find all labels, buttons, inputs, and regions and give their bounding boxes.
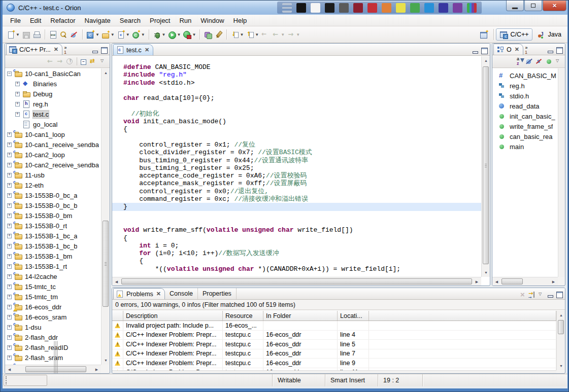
nav-up-icon[interactable] — [65, 57, 74, 66]
expand-toggle-icon[interactable]: + — [7, 244, 12, 248]
run-button[interactable]: ▼ — [167, 28, 182, 41]
hide-fields-icon[interactable] — [525, 57, 534, 66]
problem-row[interactable]: Invalid project path: Include p...16-eco… — [112, 321, 556, 331]
tree-item-13-1553B-0_rt[interactable]: +c13-1553B-0_rt — [5, 221, 101, 231]
menu-project[interactable]: Project — [145, 16, 175, 25]
back-button[interactable]: ▼ — [271, 28, 286, 41]
menu-search[interactable]: Search — [115, 16, 145, 25]
expand-toggle-icon[interactable]: + — [7, 193, 12, 198]
editor-vertical-scrollbar[interactable]: ▲ ▼ — [481, 56, 490, 277]
tree-item-Binaries[interactable]: +Binaries — [5, 79, 101, 89]
tree-item-15-tmtc_tm[interactable]: +c15-tmtc_tm — [5, 292, 101, 302]
maximize-view-icon[interactable] — [100, 46, 109, 55]
fast-view-bar[interactable] — [4, 375, 47, 386]
problems-vertical-scrollbar[interactable]: ▲ ▼ — [556, 311, 565, 370]
maximize-editor-icon[interactable] — [480, 47, 489, 55]
tree-item-reg.h[interactable]: +reg.h — [5, 99, 101, 109]
minimize-button[interactable]: ▬ — [506, 1, 524, 11]
problem-row[interactable]: C/C++ Indexer Problem: Prepr...testcpu.c… — [112, 340, 556, 349]
expand-toggle-icon[interactable]: + — [7, 163, 12, 167]
minimize-outline-icon[interactable] — [546, 46, 555, 55]
tab-properties[interactable]: Properties — [198, 288, 237, 299]
explorer-vertical-scrollbar[interactable]: ▲ ▼ — [101, 68, 110, 365]
run-ext-button[interactable]: ▼ — [182, 28, 197, 41]
dropdown-arrow-icon[interactable]: ▼ — [296, 32, 300, 37]
dropdown-arrow-icon[interactable]: ▼ — [95, 32, 99, 37]
problems-header-row[interactable]: DescriptionResourceIn FolderLocati... — [112, 311, 556, 321]
minimize-view-icon[interactable] — [91, 46, 99, 55]
delete-icon[interactable] — [519, 291, 527, 299]
outline-item-CAN_BASIC_M[interactable]: CAN_BASIC_M — [492, 70, 558, 81]
outline-overflow-indicator[interactable]: »1 — [525, 46, 527, 55]
tree-item-10-can1_BasicCan[interactable]: −c10-can1_BasicCan — [5, 68, 101, 79]
new-wizard-button[interactable]: ▼ — [6, 28, 21, 41]
expand-toggle-icon[interactable]: + — [7, 234, 12, 238]
expand-toggle-icon[interactable]: + — [7, 264, 12, 269]
editor-tab-testc[interactable]: test.c ✕ — [113, 44, 153, 55]
collapse-all-icon[interactable] — [80, 57, 88, 66]
problem-row[interactable]: C/C++ Indexer Problem: Prepr...testcpu.c… — [112, 359, 556, 368]
minimize-problems-icon[interactable] — [546, 291, 555, 299]
open-type-button[interactable] — [203, 28, 213, 41]
outline-menu-icon[interactable] — [554, 57, 563, 66]
open-perspective-button[interactable] — [477, 28, 491, 41]
explorer-horizontal-scrollbar[interactable]: ◀ ▶ — [5, 365, 101, 373]
expand-toggle-icon[interactable]: + — [15, 92, 20, 96]
outline-vertical-scrollbar[interactable] — [558, 68, 565, 277]
expand-toggle-icon[interactable]: + — [7, 335, 12, 340]
tab-outline[interactable]: O ✕ — [493, 44, 523, 55]
next-ann-button[interactable]: ▼ — [229, 28, 245, 41]
last-edit-button[interactable] — [260, 28, 271, 41]
maximize-problems-icon[interactable] — [555, 291, 564, 299]
tree-item-13-1553B-1_bm[interactable]: +c13-1553B-1_bm — [5, 251, 101, 261]
view-overflow-indicator[interactable]: »1 — [64, 46, 66, 55]
outline-item-init_can_basic_[interactable]: init_can_basic_ — [492, 111, 558, 121]
tree-item-16-ecos_ddr[interactable]: +c16-ecos_ddr — [5, 302, 101, 312]
problems-menu-icon[interactable] — [537, 291, 546, 299]
menu-navigate[interactable]: Navigate — [80, 16, 115, 25]
tree-item-test.c[interactable]: +test.c — [5, 109, 101, 119]
tree-item-1-dsu[interactable]: +c1-dsu — [5, 322, 101, 332]
expand-toggle-icon[interactable]: + — [7, 203, 12, 208]
expand-toggle-icon[interactable]: + — [7, 142, 12, 147]
dropdown-arrow-icon[interactable]: ▼ — [126, 32, 130, 37]
expand-toggle-icon[interactable]: + — [7, 345, 12, 350]
outline-item-stdio.h[interactable]: stdio.h — [492, 91, 558, 101]
dropdown-arrow-icon[interactable]: ▼ — [281, 32, 285, 37]
new-project-button[interactable]: ▼ — [101, 28, 116, 41]
hide-static-icon[interactable] — [535, 57, 544, 66]
dropdown-arrow-icon[interactable]: ▼ — [177, 32, 181, 37]
tree-item-13-1553B-1_bc_a[interactable]: +c13-1553B-1_bc_a — [5, 231, 101, 241]
tree-item-Debug[interactable]: +Debug — [5, 89, 101, 99]
print-button[interactable] — [31, 28, 42, 41]
collapse-toggle-icon[interactable]: − — [7, 72, 12, 76]
problem-row[interactable]: C/C++ Indexer Problem: Prepr...testcpu.c… — [112, 331, 556, 340]
code-editor[interactable]: #define CAN_BASIC_MODE#include "reg.h"#i… — [112, 56, 481, 277]
editor-horizontal-scrollbar[interactable]: ◀ ▶ — [112, 277, 481, 286]
outline-item-reg.h[interactable]: reg.h — [492, 81, 558, 91]
search-button[interactable] — [58, 28, 69, 41]
dropdown-arrow-icon[interactable]: ▼ — [111, 32, 115, 37]
expand-toggle-icon[interactable]: + — [7, 355, 12, 360]
expand-toggle-icon[interactable]: + — [7, 183, 12, 188]
menu-file[interactable]: File — [6, 16, 25, 25]
expand-toggle-icon[interactable]: + — [7, 213, 12, 218]
forward-button[interactable]: ▼ — [286, 28, 301, 41]
expand-toggle-icon[interactable]: + — [15, 82, 20, 86]
menu-edit[interactable]: Edit — [25, 16, 46, 25]
expand-toggle-icon[interactable]: + — [7, 224, 12, 228]
expand-toggle-icon[interactable]: + — [7, 305, 12, 309]
tree-item-16-ecos_sram[interactable]: +c16-ecos_sram — [5, 312, 101, 322]
tab-cpp-projects[interactable]: C/C++ Pr... ✕ — [6, 44, 62, 55]
expand-toggle-icon[interactable]: + — [7, 132, 12, 137]
tree-item-14-l2cache[interactable]: +c14-l2cache — [5, 271, 101, 281]
tree-item-13-1553B-0_bc_a[interactable]: +c13-1553B-0_bc_a — [5, 190, 101, 200]
tree-item-13-1553B-0_bm[interactable]: +c13-1553B-0_bm — [5, 210, 101, 221]
tree-item-10-can1_loop[interactable]: +c10-can1_loop — [5, 129, 101, 139]
maximize-outline-icon[interactable] — [555, 46, 564, 55]
expand-toggle-icon[interactable]: + — [7, 254, 12, 259]
expand-toggle-icon[interactable]: + — [7, 173, 12, 177]
new-c-file-button[interactable]: ▼ — [116, 28, 131, 41]
dropdown-arrow-icon[interactable]: ▼ — [16, 32, 20, 37]
new-class-button[interactable]: ▼ — [131, 28, 146, 41]
